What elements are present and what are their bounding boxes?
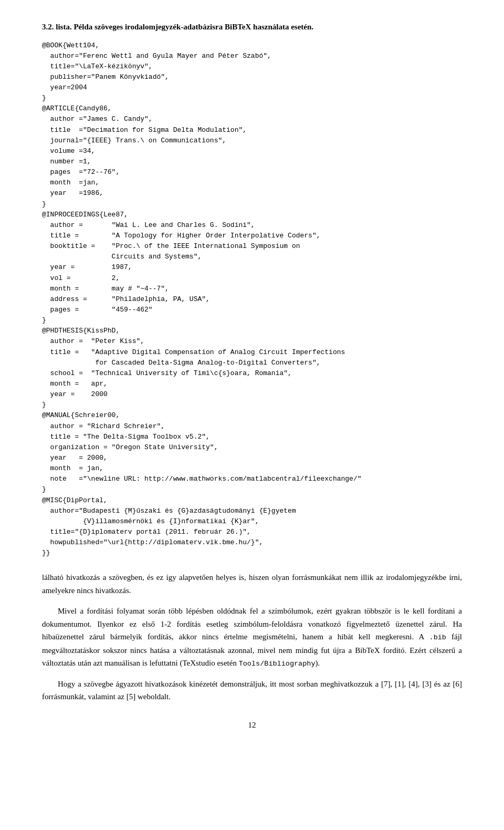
page-number: 12: [42, 719, 462, 731]
inline-code-tools: Tools/Bibliography: [239, 660, 316, 668]
page: 3.2. lista. Példa szöveges irodalomjegyz…: [0, 0, 504, 830]
paragraph-2-indent: [42, 605, 58, 618]
paragraph-2: Mivel a fordítási folyamat során több lé…: [42, 605, 462, 670]
paragraph-1: lálható hivatkozás a szövegben, és ez íg…: [42, 571, 462, 597]
paragraph-3: Hogy a szövegbe ágyazott hivatkozások ki…: [42, 678, 462, 704]
inline-code-bib: .bib: [429, 634, 446, 641]
paragraph-3-text: Hogy a szövegbe ágyazott hivatkozások ki…: [42, 680, 462, 701]
paragraph-2-main: Mivel a fordítási folyamat során több lé…: [42, 607, 462, 668]
section-heading: 3.2. lista. Példa szöveges irodalomjegyz…: [42, 21, 462, 33]
paragraph-3-indent: [42, 678, 58, 691]
paragraph-1-text: lálható hivatkozás a szövegben, és ez íg…: [42, 573, 462, 595]
code-block: @BOOK{Wett104, author="Ferenc Wettl and …: [42, 40, 462, 559]
